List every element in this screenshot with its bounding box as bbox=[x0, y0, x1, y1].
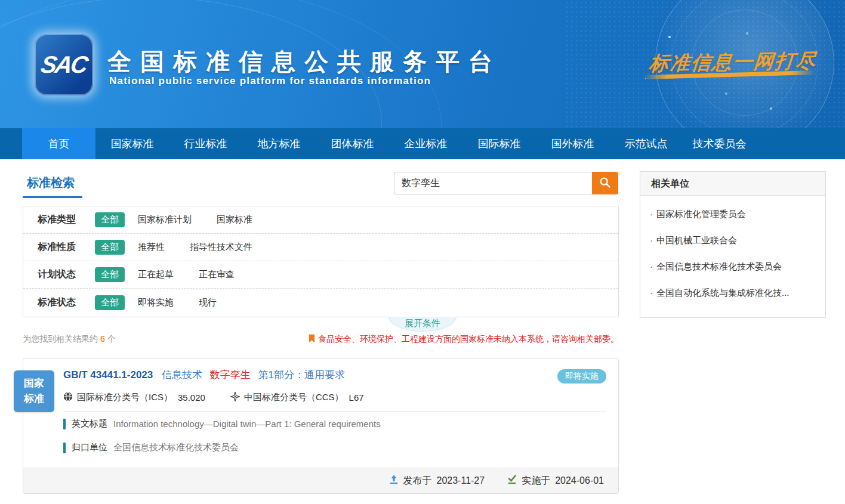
results-count-suffix: 个 bbox=[107, 334, 116, 344]
published-label: 发布于 bbox=[403, 475, 432, 487]
page: SAC 全国标准信息公共服务平台 National public service… bbox=[0, 0, 845, 504]
filter-option[interactable]: 国家标准 bbox=[217, 214, 252, 225]
nav-item-industry-standards[interactable]: 行业标准 bbox=[169, 128, 242, 159]
implement-check-icon bbox=[507, 475, 517, 487]
card-divider bbox=[63, 411, 606, 412]
sparkle-decoration bbox=[668, 36, 671, 38]
implemented-date: 2024-06-01 bbox=[555, 475, 604, 486]
results-count-prefix: 为您找到相关结果约 bbox=[23, 334, 98, 344]
field-accent-bar bbox=[63, 443, 66, 453]
sidebar-item-label: 国家标准化管理委员会 bbox=[656, 209, 746, 219]
ics-label: 国际标准分类号（ICS） bbox=[77, 392, 172, 403]
filter-row-plan-status: 计划状态 全部 正在起草 正在审查 bbox=[23, 261, 618, 289]
sidebar-item-label: 全国自动化系统与集成标准化技... bbox=[656, 287, 790, 298]
sac-logo-text: SAC bbox=[39, 51, 88, 78]
nav-item-national-standards[interactable]: 国家标准 bbox=[95, 128, 169, 159]
nav-item-pilot-demo[interactable]: 示范试点 bbox=[609, 128, 683, 159]
status-badge: 即将实施 bbox=[557, 369, 606, 384]
compass-icon bbox=[230, 392, 240, 403]
expand-conditions-button[interactable]: 展开条件 bbox=[388, 317, 457, 332]
nav-item-enterprise-standards[interactable]: 企业标准 bbox=[389, 128, 462, 159]
filter-option[interactable]: 国家标准计划 bbox=[138, 214, 192, 225]
standard-title-highlight: 数字孪生 bbox=[210, 369, 251, 381]
system-notice: 食品安全、环境保护、工程建设方面的国家标准未纳入本系统，请咨询相关部委。 bbox=[309, 334, 619, 345]
related-units-list: ·国家标准化管理委员会 ·中国机械工业联合会 ·全国信息技术标准化技术委员会 ·… bbox=[640, 196, 825, 306]
related-units-panel: 相关单位 ·国家标准化管理委员会 ·中国机械工业联合会 ·全国信息技术标准化技术… bbox=[640, 171, 826, 318]
sidebar-item-it-standardization[interactable]: ·全国信息技术标准化技术委员会 bbox=[650, 253, 816, 280]
main-nav: 首页 国家标准 行业标准 地方标准 团体标准 企业标准 国际标准 国外标准 示范… bbox=[0, 128, 845, 159]
site-title: 全国标准信息公共服务平台 bbox=[107, 45, 501, 78]
sidebar-item-label: 全国信息技术标准化技术委员会 bbox=[656, 261, 782, 271]
nav-item-group-standards[interactable]: 团体标准 bbox=[316, 128, 389, 159]
filter-label: 标准性质 bbox=[38, 241, 79, 253]
search-button[interactable] bbox=[592, 172, 618, 194]
results-count-number: 6 bbox=[100, 334, 105, 344]
filter-option[interactable]: 正在起草 bbox=[138, 269, 174, 280]
notice-text: 食品安全、环境保护、工程建设方面的国家标准未纳入本系统，请咨询相关部委。 bbox=[318, 334, 619, 345]
field-value: Information technology—Digital twin—Part… bbox=[113, 419, 381, 429]
field-label: 英文标题 bbox=[72, 418, 107, 429]
site-header: SAC 全国标准信息公共服务平台 National public service… bbox=[0, 0, 845, 128]
type-badge-line1: 国家 bbox=[14, 376, 54, 391]
publish-upload-icon bbox=[389, 475, 399, 487]
filter-all-badge[interactable]: 全部 bbox=[95, 295, 125, 310]
implemented-label: 实施于 bbox=[522, 475, 550, 487]
filter-panel: 标准类型 全部 国家标准计划 国家标准 标准性质 全部 推荐性 指导性技术文件 … bbox=[23, 206, 619, 317]
sidebar-item-automation-systems[interactable]: ·全国自动化系统与集成标准化技... bbox=[650, 280, 816, 306]
filter-all-badge[interactable]: 全部 bbox=[95, 212, 125, 227]
globe-icon bbox=[63, 392, 73, 403]
card-footer: 发布于 2023-11-27 实施于 2024-06-01 bbox=[23, 468, 618, 493]
sidebar-item-sac[interactable]: ·国家标准化管理委员会 bbox=[650, 201, 816, 227]
type-badge-line2: 标准 bbox=[14, 391, 54, 407]
list-bullet: · bbox=[650, 287, 653, 298]
filter-option[interactable]: 现行 bbox=[199, 297, 217, 308]
sac-logo[interactable]: SAC bbox=[35, 34, 93, 95]
english-title-field: 英文标题 Information technology—Digital twin… bbox=[63, 418, 381, 429]
search-box bbox=[394, 172, 618, 194]
search-input[interactable] bbox=[394, 172, 592, 194]
filter-all-badge[interactable]: 全部 bbox=[95, 240, 125, 255]
filter-option[interactable]: 指导性技术文件 bbox=[190, 242, 252, 253]
filter-all-badge[interactable]: 全部 bbox=[95, 267, 125, 282]
filter-row-standard-type: 标准类型 全部 国家标准计划 国家标准 bbox=[23, 206, 618, 234]
implemented-date-item: 实施于 2024-06-01 bbox=[507, 475, 604, 487]
field-label: 归口单位 bbox=[72, 442, 107, 453]
ics-value: 35.020 bbox=[178, 392, 205, 403]
ics-meta: 国际标准分类号（ICS） 35.020 bbox=[63, 392, 205, 403]
classification-meta-row: 国际标准分类号（ICS） 35.020 中国标准分类号（CCS） L67 bbox=[63, 392, 364, 403]
ccs-meta: 中国标准分类号（CCS） L67 bbox=[230, 392, 364, 403]
sidebar-item-machinery-federation[interactable]: ·中国机械工业联合会 bbox=[650, 227, 816, 253]
list-bullet: · bbox=[650, 261, 653, 271]
list-bullet: · bbox=[650, 209, 653, 219]
result-card: 国家 标准 GB/T 43441.1-2023 信息技术 数字孪生 第1部分：通… bbox=[23, 358, 619, 494]
filter-row-standard-nature: 标准性质 全部 推荐性 指导性技术文件 bbox=[23, 234, 618, 261]
nav-item-foreign-standards[interactable]: 国外标准 bbox=[536, 128, 609, 159]
nav-item-local-standards[interactable]: 地方标准 bbox=[242, 128, 316, 159]
field-value: 全国信息技术标准化技术委员会 bbox=[113, 442, 239, 453]
published-date-item: 发布于 2023-11-27 bbox=[389, 475, 485, 487]
search-icon bbox=[599, 176, 612, 191]
nav-item-technical-committees[interactable]: 技术委员会 bbox=[683, 128, 756, 159]
ccs-value: L67 bbox=[349, 392, 364, 403]
ccs-label: 中国标准分类号（CCS） bbox=[244, 392, 344, 403]
standard-title-part1: 信息技术 bbox=[162, 369, 202, 381]
standard-code: GB/T 43441.1-2023 bbox=[63, 369, 153, 381]
nav-item-international-standards[interactable]: 国际标准 bbox=[462, 128, 536, 159]
section-title-underline bbox=[23, 196, 82, 198]
filter-label: 计划状态 bbox=[38, 268, 79, 281]
filter-option[interactable]: 推荐性 bbox=[138, 242, 165, 253]
nav-item-home[interactable]: 首页 bbox=[22, 128, 95, 159]
results-count: 为您找到相关结果约6个 bbox=[23, 334, 116, 345]
filter-option[interactable]: 正在审查 bbox=[199, 269, 235, 280]
filter-label: 标准类型 bbox=[38, 214, 79, 226]
filter-option[interactable]: 即将实施 bbox=[138, 297, 174, 308]
standard-title-link[interactable]: GB/T 43441.1-2023 信息技术 数字孪生 第1部分：通用要求 bbox=[63, 368, 345, 382]
section-title-standard-search: 标准检索 bbox=[27, 175, 75, 191]
bookmark-icon bbox=[309, 334, 315, 345]
standard-title-part2: 第1部分：通用要求 bbox=[258, 369, 344, 381]
filter-label: 标准状态 bbox=[38, 296, 79, 309]
filter-row-standard-status: 标准状态 全部 即将实施 现行 bbox=[23, 289, 618, 316]
published-date: 2023-11-27 bbox=[437, 475, 485, 486]
list-bullet: · bbox=[650, 235, 653, 245]
field-accent-bar bbox=[63, 419, 66, 429]
